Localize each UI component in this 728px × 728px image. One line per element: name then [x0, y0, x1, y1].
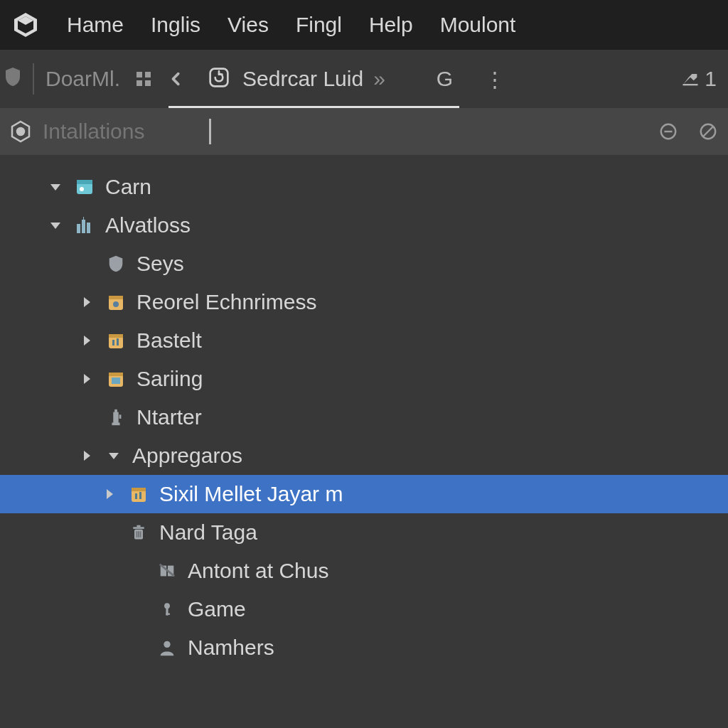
svg-marker-24 [84, 297, 90, 307]
svg-rect-8 [683, 84, 698, 85]
tree-row[interactable]: Appregaros [0, 437, 728, 475]
svg-rect-38 [112, 422, 119, 425]
svg-rect-21 [82, 220, 85, 233]
chevron-right-icon[interactable] [78, 294, 95, 311]
tree-row[interactable]: Carn [0, 168, 728, 206]
city-icon [74, 215, 95, 236]
target-icon[interactable] [9, 119, 33, 144]
svg-rect-39 [114, 410, 117, 413]
app-logo-icon [11, 11, 40, 39]
tree-item-label: Reorel Echnrimess [136, 290, 316, 314]
tree-row[interactable]: Antont at Chus [0, 552, 728, 590]
tower-icon [105, 407, 127, 428]
tree-item-label: Antont at Chus [188, 559, 328, 583]
tree-item-label: Game [188, 597, 246, 621]
chevron-right-icon[interactable] [101, 486, 118, 503]
chevron-right-icon[interactable] [78, 370, 95, 387]
svg-rect-17 [77, 180, 92, 184]
svg-rect-26 [109, 296, 123, 299]
menu-item-3[interactable]: Fingl [296, 13, 342, 37]
svg-rect-32 [117, 338, 119, 346]
collapse-icon[interactable] [657, 120, 680, 143]
svg-line-14 [704, 127, 713, 136]
tab-main[interactable]: Sedrcar Luid » [196, 50, 398, 108]
person-icon [156, 637, 178, 658]
chevron-right-icon[interactable] [78, 332, 95, 349]
svg-point-10 [17, 128, 24, 135]
svg-marker-19 [50, 223, 60, 229]
tabbar-count: 1 [705, 67, 717, 91]
tree-row[interactable]: Ntarter [0, 398, 728, 437]
tree-row[interactable]: Sariing [0, 360, 728, 398]
chevron-down-icon[interactable] [47, 217, 64, 234]
chevrons-icon: » [373, 67, 385, 91]
tree-row[interactable]: Bastelt [0, 321, 728, 360]
svg-marker-41 [84, 451, 90, 461]
svg-rect-31 [112, 340, 114, 346]
svg-marker-42 [109, 453, 119, 459]
menu-item-5[interactable]: Moulont [440, 13, 516, 37]
tree-row[interactable]: Game [0, 590, 728, 628]
tree-row[interactable]: Nard Taga [0, 513, 728, 552]
svg-rect-52 [138, 531, 139, 537]
svg-marker-33 [84, 374, 90, 384]
tabbar-right-cluster[interactable]: 1 [680, 67, 724, 91]
svg-rect-57 [166, 614, 170, 615]
svg-marker-28 [84, 336, 90, 346]
scene-icon [74, 176, 95, 198]
folder-b-icon [105, 330, 127, 351]
svg-rect-49 [133, 527, 144, 529]
tree-row[interactable]: Sixil Mellet Jayar m [0, 475, 728, 513]
svg-rect-3 [136, 72, 142, 77]
tabbar: DoarMl. Sedrcar Luid » G ⋮ 1 [0, 50, 728, 108]
trash-icon [128, 522, 149, 543]
shield-icon [4, 67, 24, 91]
svg-rect-40 [119, 414, 122, 419]
menu-item-0[interactable]: Hame [67, 13, 124, 37]
tree-row[interactable]: Seys [0, 245, 728, 283]
svg-rect-36 [112, 378, 120, 384]
svg-rect-51 [136, 531, 138, 537]
svg-rect-23 [83, 217, 84, 220]
back-icon[interactable] [163, 65, 190, 92]
svg-rect-20 [77, 224, 80, 233]
svg-rect-30 [109, 334, 123, 338]
tree-item-label: Ntarter [136, 405, 202, 429]
svg-rect-53 [140, 531, 141, 537]
svg-rect-4 [145, 72, 151, 77]
chevron-right-icon[interactable] [78, 447, 95, 464]
chevron-down-icon[interactable] [47, 178, 64, 196]
svg-rect-6 [145, 80, 151, 86]
tree-item-label: Appregaros [132, 444, 242, 468]
tree-item-label: Carn [105, 175, 151, 199]
svg-rect-35 [109, 373, 123, 376]
menu-item-2[interactable]: Vies [228, 13, 269, 37]
tree-row[interactable]: Reorel Echnrimess [0, 283, 728, 321]
shield-icon [105, 253, 127, 274]
search-input[interactable] [43, 119, 199, 144]
block-icon[interactable] [697, 120, 719, 143]
menu-item-1[interactable]: Inglis [151, 13, 200, 37]
svg-rect-46 [135, 493, 137, 499]
menu-item-4[interactable]: Help [369, 13, 413, 37]
grid-icon[interactable] [130, 65, 157, 92]
tree-row[interactable]: Namhers [0, 628, 728, 667]
tree-item-label: Seys [136, 252, 184, 276]
chevron-down-icon[interactable] [105, 447, 122, 464]
tree-item-label: Nard Taga [159, 520, 257, 545]
more-icon[interactable]: ⋮ [484, 67, 505, 92]
svg-rect-5 [136, 80, 142, 86]
tree-item-label: Alvatloss [105, 213, 191, 237]
tabbar-left-label: DoarMl. [46, 67, 120, 91]
svg-point-18 [80, 187, 84, 191]
svg-rect-22 [87, 223, 90, 233]
svg-rect-47 [139, 492, 141, 499]
tree-row[interactable]: Alvatloss [0, 206, 728, 245]
refresh-icon [208, 67, 232, 91]
svg-rect-50 [136, 525, 140, 528]
divider [33, 63, 34, 95]
menubar: Hame Inglis Vies Fingl Help Moulont [0, 0, 728, 50]
svg-rect-37 [113, 412, 118, 424]
tree-item-label: Bastelt [136, 328, 202, 353]
folder-b-icon [128, 483, 149, 505]
